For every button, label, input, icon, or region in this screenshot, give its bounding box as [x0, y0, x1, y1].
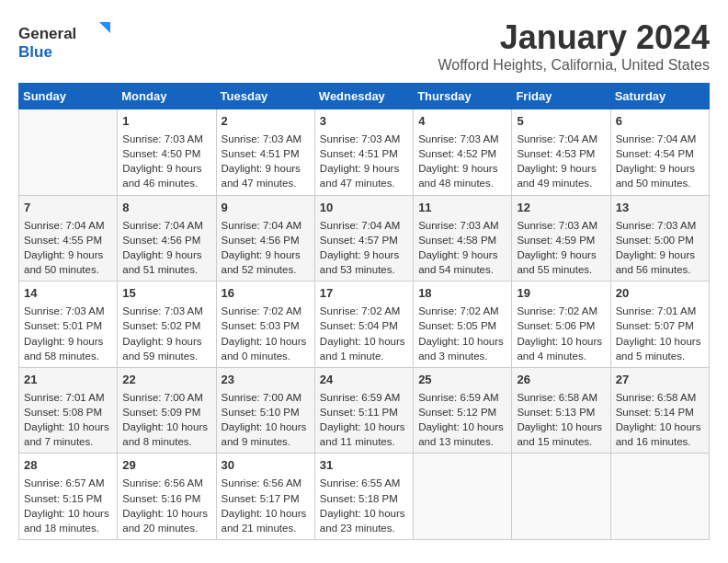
- day-info-line: and 20 minutes.: [122, 521, 210, 535]
- calendar-cell: 21Sunrise: 7:01 AMSunset: 5:08 PMDayligh…: [19, 367, 118, 454]
- day-info-line: Daylight: 10 hours: [24, 506, 112, 521]
- day-info-line: Sunrise: 7:03 AM: [418, 132, 506, 146]
- day-info-line: Sunset: 5:09 PM: [122, 405, 210, 419]
- day-info-line: Daylight: 10 hours: [222, 419, 310, 434]
- day-info-line: Sunrise: 7:04 AM: [24, 218, 112, 233]
- day-info-line: Sunrise: 6:55 AM: [320, 476, 408, 490]
- day-info-line: and 7 minutes.: [24, 434, 112, 449]
- calendar-table: Sunday Monday Tuesday Wednesday Thursday…: [18, 83, 710, 540]
- calendar-cell: 25Sunrise: 6:59 AMSunset: 5:12 PMDayligh…: [414, 367, 512, 454]
- day-info-line: and 21 minutes.: [222, 521, 310, 535]
- day-info-line: Sunset: 4:55 PM: [24, 233, 112, 247]
- day-info-line: Sunset: 5:02 PM: [122, 318, 210, 333]
- day-number: 10: [320, 200, 408, 216]
- header-thursday: Thursday: [414, 84, 512, 109]
- calendar-cell: 20Sunrise: 7:01 AMSunset: 5:07 PMDayligh…: [610, 282, 709, 368]
- day-info-line: and 50 minutes.: [24, 262, 112, 277]
- calendar-cell: 2Sunrise: 7:03 AMSunset: 4:51 PMDaylight…: [216, 109, 314, 196]
- day-info-line: Daylight: 10 hours: [418, 419, 506, 434]
- calendar-cell: 23Sunrise: 7:00 AMSunset: 5:10 PMDayligh…: [216, 367, 314, 454]
- logo-text: General Blue: [18, 18, 119, 68]
- calendar-cell: [19, 109, 118, 196]
- day-info-line: Sunrise: 6:56 AM: [222, 476, 310, 490]
- day-info-line: and 56 minutes.: [616, 262, 704, 277]
- day-info-line: Sunrise: 7:03 AM: [24, 304, 112, 318]
- day-info-line: Daylight: 9 hours: [517, 247, 605, 262]
- day-info-line: and 8 minutes.: [122, 434, 210, 449]
- main-title: January 2024: [438, 18, 710, 57]
- day-number: 21: [24, 372, 112, 388]
- svg-text:Blue: Blue: [18, 43, 52, 61]
- day-number: 3: [320, 113, 408, 130]
- day-info-line: Sunset: 5:12 PM: [418, 405, 506, 419]
- day-info-line: Sunrise: 7:00 AM: [122, 390, 210, 405]
- day-info-line: Daylight: 9 hours: [122, 247, 210, 262]
- day-number: 29: [122, 457, 210, 474]
- day-info-line: and 46 minutes.: [122, 176, 210, 190]
- day-number: 12: [517, 200, 605, 216]
- calendar-cell: 14Sunrise: 7:03 AMSunset: 5:01 PMDayligh…: [19, 282, 118, 368]
- day-info-line: Sunrise: 7:03 AM: [320, 132, 408, 146]
- day-number: 1: [122, 113, 210, 130]
- day-info-line: Sunrise: 7:01 AM: [616, 304, 704, 318]
- calendar-cell: 4Sunrise: 7:03 AMSunset: 4:52 PMDaylight…: [414, 109, 512, 196]
- calendar-week-row: 7Sunrise: 7:04 AMSunset: 4:55 PMDaylight…: [19, 195, 710, 282]
- calendar-cell: 12Sunrise: 7:03 AMSunset: 4:59 PMDayligh…: [512, 195, 610, 282]
- day-info-line: Sunset: 4:50 PM: [122, 146, 210, 161]
- calendar-cell: 31Sunrise: 6:55 AMSunset: 5:18 PMDayligh…: [314, 454, 413, 540]
- day-info-line: Sunrise: 7:04 AM: [517, 132, 605, 146]
- day-info-line: Daylight: 10 hours: [24, 419, 112, 434]
- day-info-line: Sunset: 4:51 PM: [320, 146, 408, 161]
- day-info-line: and 18 minutes.: [24, 521, 112, 535]
- day-number: 6: [616, 113, 704, 130]
- day-info-line: Daylight: 9 hours: [320, 161, 408, 176]
- day-info-line: Sunset: 5:16 PM: [122, 491, 210, 506]
- day-info-line: Sunrise: 7:04 AM: [320, 218, 408, 233]
- calendar-week-row: 1Sunrise: 7:03 AMSunset: 4:50 PMDaylight…: [19, 109, 710, 196]
- header-monday: Monday: [118, 84, 216, 109]
- day-number: 22: [122, 372, 210, 388]
- day-info-line: Daylight: 10 hours: [418, 334, 506, 349]
- page-container: General Blue January 2024 Wofford Height…: [18, 18, 710, 540]
- day-info-line: Sunrise: 7:01 AM: [24, 390, 112, 405]
- day-number: 11: [418, 200, 506, 216]
- calendar-cell: [414, 454, 512, 540]
- calendar-cell: 9Sunrise: 7:04 AMSunset: 4:56 PMDaylight…: [216, 195, 314, 282]
- calendar-cell: 13Sunrise: 7:03 AMSunset: 5:00 PMDayligh…: [610, 195, 709, 282]
- day-info-line: Daylight: 10 hours: [222, 506, 310, 521]
- day-number: 4: [418, 113, 506, 130]
- day-info-line: Sunset: 5:11 PM: [320, 405, 408, 419]
- day-info-line: Sunset: 4:52 PM: [418, 146, 506, 161]
- day-info-line: Sunrise: 6:57 AM: [24, 476, 112, 490]
- day-number: 15: [122, 285, 210, 302]
- day-info-line: Daylight: 9 hours: [320, 247, 408, 262]
- day-info-line: and 23 minutes.: [320, 521, 408, 535]
- day-info-line: and 54 minutes.: [418, 262, 506, 277]
- day-info-line: Sunrise: 7:02 AM: [320, 304, 408, 318]
- day-info-line: Sunrise: 7:04 AM: [122, 218, 210, 233]
- day-info-line: Sunset: 4:58 PM: [418, 233, 506, 247]
- day-info-line: and 52 minutes.: [222, 262, 310, 277]
- day-info-line: Sunset: 5:04 PM: [320, 318, 408, 333]
- day-info-line: Sunrise: 7:02 AM: [517, 304, 605, 318]
- calendar-cell: 11Sunrise: 7:03 AMSunset: 4:58 PMDayligh…: [414, 195, 512, 282]
- header-saturday: Saturday: [610, 84, 709, 109]
- day-info-line: Sunrise: 7:04 AM: [616, 132, 704, 146]
- day-info-line: Sunset: 5:14 PM: [616, 405, 704, 419]
- day-info-line: and 9 minutes.: [222, 434, 310, 449]
- day-info-line: Daylight: 10 hours: [517, 334, 605, 349]
- day-info-line: Daylight: 9 hours: [616, 161, 704, 176]
- day-info-line: Sunset: 5:00 PM: [616, 233, 704, 247]
- day-info-line: Sunset: 5:07 PM: [616, 318, 704, 333]
- day-info-line: Sunrise: 6:58 AM: [517, 390, 605, 405]
- calendar-week-row: 28Sunrise: 6:57 AMSunset: 5:15 PMDayligh…: [19, 454, 710, 540]
- day-info-line: Sunrise: 7:00 AM: [222, 390, 310, 405]
- calendar-cell: 8Sunrise: 7:04 AMSunset: 4:56 PMDaylight…: [118, 195, 216, 282]
- day-number: 7: [24, 200, 112, 216]
- day-info-line: and 47 minutes.: [222, 176, 310, 190]
- day-info-line: and 15 minutes.: [517, 434, 605, 449]
- day-info-line: Sunset: 5:06 PM: [517, 318, 605, 333]
- calendar-cell: 22Sunrise: 7:00 AMSunset: 5:09 PMDayligh…: [118, 367, 216, 454]
- day-info-line: Sunset: 5:01 PM: [24, 318, 112, 333]
- day-info-line: and 50 minutes.: [616, 176, 704, 190]
